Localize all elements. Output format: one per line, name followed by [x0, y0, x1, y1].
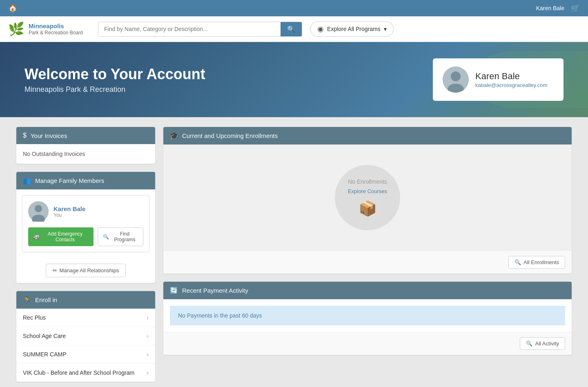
- chevron-right-icon: ›: [147, 314, 149, 321]
- dollar-icon: $: [23, 132, 27, 139]
- chevron-down-icon: ▾: [384, 26, 387, 32]
- all-enrollments-label: All Enrollments: [523, 259, 559, 265]
- search-header: 🌿 Minneapolis Park & Recreation Board 🔍 …: [0, 16, 588, 42]
- explore-courses-link[interactable]: Explore Courses: [348, 188, 387, 194]
- refresh-icon: 🔄: [170, 287, 178, 294]
- empty-box-icon: 📦: [359, 200, 377, 217]
- search-icon: 🔍: [103, 234, 109, 240]
- no-enrollments-text: No Enrollments: [348, 178, 387, 185]
- main-content: $ Your Invoices No Outstanding Invoices …: [8, 117, 580, 387]
- explore-programs-label: Explore All Programs: [327, 26, 381, 32]
- all-activity-button[interactable]: 🔍 All Activity: [520, 337, 565, 350]
- list-item[interactable]: Rec Plus ›: [16, 309, 155, 327]
- people-icon: 👥: [23, 177, 31, 185]
- enroll-item-label: Rec Plus: [23, 314, 46, 321]
- invoices-content: No Outstanding Invoices: [16, 144, 155, 164]
- logo-main-text: Minneapolis: [29, 22, 83, 30]
- payment-notice: No Payments in the past 60 days: [170, 306, 565, 325]
- add-emergency-contacts-button[interactable]: 🚑 Add Emergency Contacts: [28, 227, 94, 246]
- add-emergency-label: Add Emergency Contacts: [42, 231, 89, 242]
- svg-point-1: [451, 71, 461, 81]
- manage-relationships-button[interactable]: ✏ Manage All Relationships: [46, 264, 126, 277]
- manage-relationships-container: ✏ Manage All Relationships: [16, 258, 155, 283]
- enrollments-header: 🎓 Current and Upcoming Enrollments: [163, 127, 572, 145]
- member-name: Karen Bale: [53, 205, 85, 212]
- enroll-panel: 🏃 Enroll in Rec Plus › School Age Care ›…: [16, 291, 155, 382]
- ambulance-icon: 🚑: [33, 234, 39, 240]
- enroll-item-label: VIK Club - Before and After School Progr…: [23, 369, 134, 376]
- family-members-title: Manage Family Members: [35, 177, 104, 184]
- home-icon[interactable]: 🏠: [8, 4, 17, 13]
- user-name: Karen Bale: [475, 71, 547, 82]
- no-payments-text: No Payments in the past 60 days: [178, 312, 262, 319]
- chevron-right-icon: ›: [147, 333, 149, 339]
- avatar: [443, 67, 469, 93]
- svg-point-4: [35, 205, 42, 212]
- cart-icon[interactable]: 🛒: [571, 4, 580, 13]
- enroll-item-label: SUMMER CAMP: [23, 351, 67, 358]
- user-card: Karen Bale kabale@acrossgracealley.com: [433, 58, 564, 101]
- family-card: Karen Bale You 🚑 Add Emergency Contacts …: [22, 195, 149, 252]
- empty-enrollments-circle: No Enrollments Explore Courses 📦: [335, 165, 400, 230]
- family-members-panel: 👥 Manage Family Members: [16, 172, 155, 283]
- search-input[interactable]: [98, 22, 281, 36]
- member-role: You: [53, 212, 85, 218]
- payments-header: 🔄 Recent Payment Activity: [163, 282, 572, 299]
- search-button[interactable]: 🔍: [281, 22, 302, 36]
- manage-relationships-label: Manage All Relationships: [60, 267, 119, 274]
- payments-panel: 🔄 Recent Payment Activity No Payments in…: [163, 282, 572, 355]
- search-icon: 🔍: [526, 340, 532, 347]
- search-button-icon: 🔍: [287, 26, 295, 33]
- list-item[interactable]: SUMMER CAMP ›: [16, 345, 155, 364]
- runner-icon: 🏃: [23, 296, 31, 304]
- find-programs-label: Find Programs: [111, 231, 138, 242]
- enroll-title: Enroll in: [35, 296, 57, 303]
- enroll-item-label: School Age Care: [23, 333, 66, 339]
- hero-banner: Welcome to Your Account Minneapolis Park…: [0, 42, 588, 117]
- explore-programs-button[interactable]: ◉ Explore All Programs ▾: [310, 21, 394, 37]
- all-enrollments-button[interactable]: 🔍 All Enrollments: [508, 256, 565, 269]
- all-activity-label: All Activity: [535, 340, 559, 347]
- payment-footer: 🔍 All Activity: [163, 332, 572, 355]
- list-item[interactable]: School Age Care ›: [16, 327, 155, 345]
- chevron-right-icon: ›: [147, 351, 149, 358]
- user-email[interactable]: kabale@acrossgracealley.com: [475, 82, 547, 88]
- right-column: 🎓 Current and Upcoming Enrollments No En…: [163, 127, 572, 382]
- logo-sub-text: Park & Recreation Board: [29, 30, 83, 36]
- payments-title: Recent Payment Activity: [182, 287, 248, 294]
- enrollments-panel: 🎓 Current and Upcoming Enrollments No En…: [163, 127, 572, 274]
- find-programs-button[interactable]: 🔍 Find Programs: [98, 227, 143, 246]
- logo-leaves-icon: 🌿: [8, 21, 24, 37]
- invoices-panel: $ Your Invoices No Outstanding Invoices: [16, 127, 155, 164]
- member-info: Karen Bale You: [28, 201, 143, 222]
- pencil-icon: ✏: [53, 267, 57, 274]
- chevron-right-icon: ›: [147, 369, 149, 376]
- enroll-list: Rec Plus › School Age Care › SUMMER CAMP…: [16, 309, 155, 382]
- member-avatar: [28, 201, 49, 222]
- family-members-header: 👥 Manage Family Members: [16, 172, 155, 189]
- left-column: $ Your Invoices No Outstanding Invoices …: [16, 127, 155, 382]
- enrollments-footer: 🔍 All Enrollments: [163, 251, 572, 274]
- graduation-icon: 🎓: [170, 132, 178, 140]
- invoices-header: $ Your Invoices: [16, 127, 155, 144]
- no-outstanding-invoices-text: No Outstanding Invoices: [23, 151, 85, 157]
- top-nav: 🏠 Karen Bale 🛒: [0, 0, 588, 16]
- enrollments-title: Current and Upcoming Enrollments: [182, 132, 278, 139]
- logo: 🌿 Minneapolis Park & Recreation Board: [8, 21, 90, 37]
- hero-subtitle: Minneapolis Park & Recreation: [24, 85, 205, 94]
- enrollments-area: No Enrollments Explore Courses 📦: [163, 145, 572, 251]
- enroll-header: 🏃 Enroll in: [16, 291, 155, 309]
- top-nav-username: Karen Bale: [536, 5, 564, 11]
- invoices-title: Your Invoices: [31, 132, 67, 139]
- list-item[interactable]: VIK Club - Before and After School Progr…: [16, 364, 155, 382]
- welcome-title: Welcome to Your Account: [24, 66, 205, 83]
- search-bar[interactable]: 🔍: [98, 22, 302, 37]
- search-icon: 🔍: [514, 259, 521, 265]
- globe-icon: ◉: [317, 24, 324, 33]
